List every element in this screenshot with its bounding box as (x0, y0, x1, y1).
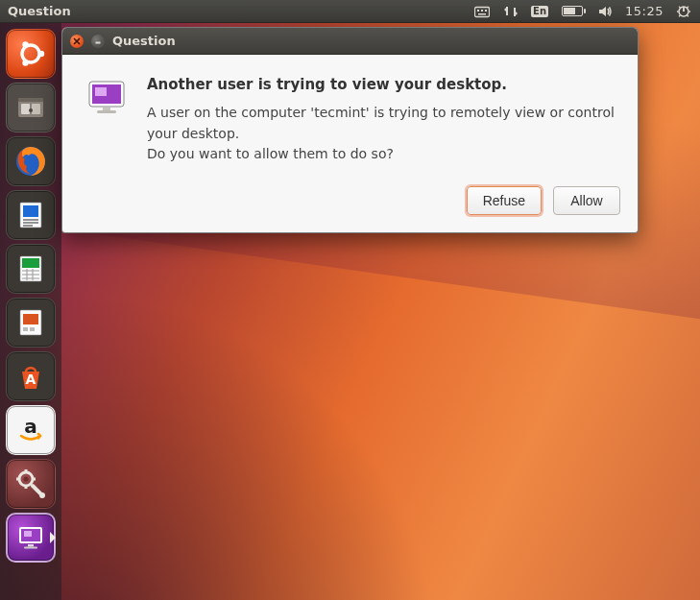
svg-point-11 (22, 60, 28, 65)
keyboard-indicator-icon[interactable] (473, 3, 491, 20)
battery-indicator-icon[interactable] (560, 3, 585, 20)
svg-rect-51 (95, 87, 107, 96)
svg-rect-47 (24, 547, 37, 549)
launcher-remote-desktop[interactable] (6, 513, 56, 563)
svg-point-10 (22, 41, 28, 47)
ubuntu-logo-icon (14, 37, 47, 70)
close-icon[interactable] (70, 35, 84, 48)
file-manager-icon (12, 89, 49, 126)
svg-rect-14 (21, 104, 30, 114)
svg-point-16 (29, 108, 33, 112)
firefox-icon (12, 142, 50, 180)
remote-desktop-icon (12, 519, 49, 556)
language-indicator[interactable]: En (531, 3, 548, 20)
svg-point-42 (39, 492, 45, 498)
launcher-writer[interactable] (6, 190, 56, 240)
svg-rect-31 (23, 314, 38, 324)
svg-text:A: A (26, 372, 36, 387)
svg-text:a: a (24, 415, 37, 438)
panel-app-name: Question (8, 4, 71, 18)
svg-rect-13 (18, 98, 43, 102)
svg-rect-3 (485, 10, 487, 12)
svg-rect-53 (97, 110, 116, 113)
launcher-firefox[interactable] (6, 136, 56, 186)
launcher-amazon[interactable]: a (6, 405, 56, 455)
launcher-calc[interactable] (6, 244, 56, 294)
svg-point-37 (24, 477, 29, 482)
top-panel: Question En 15:25 (0, 0, 700, 23)
launcher-dash[interactable] (6, 29, 56, 79)
launcher-files[interactable] (6, 83, 56, 132)
svg-point-9 (38, 51, 44, 57)
panel-indicators: En 15:25 (473, 3, 692, 20)
minimize-icon[interactable] (91, 35, 105, 48)
clock-indicator[interactable]: 15:25 (625, 4, 664, 18)
allow-button[interactable]: Allow (553, 186, 620, 215)
volume-indicator-icon[interactable] (596, 3, 614, 20)
amazon-icon: a (14, 414, 47, 446)
software-icon: A (12, 358, 49, 395)
dialog-title: Question (112, 34, 176, 48)
launcher: A a (0, 23, 61, 600)
launcher-settings[interactable] (6, 459, 56, 509)
gear-wrench-icon (13, 467, 48, 501)
svg-rect-46 (28, 544, 34, 547)
svg-rect-24 (22, 258, 39, 268)
calc-icon (13, 252, 48, 286)
svg-rect-0 (475, 7, 490, 16)
dialog-heading: Another user is trying to view your desk… (147, 76, 615, 93)
svg-rect-1 (477, 10, 479, 12)
svg-point-8 (22, 45, 39, 62)
dialog-text: Another user is trying to view your desk… (147, 76, 615, 165)
svg-rect-19 (23, 205, 38, 217)
network-indicator-icon[interactable] (502, 3, 519, 20)
session-indicator-icon[interactable] (675, 3, 692, 20)
svg-rect-2 (481, 10, 483, 12)
launcher-software[interactable]: A (6, 351, 56, 401)
svg-rect-32 (23, 327, 28, 331)
dialog-icon (84, 76, 130, 165)
svg-rect-15 (32, 104, 40, 114)
writer-icon (13, 198, 48, 232)
svg-rect-4 (478, 13, 486, 15)
dialog-titlebar[interactable]: Question (62, 28, 638, 55)
svg-rect-45 (24, 531, 32, 537)
svg-rect-33 (30, 327, 35, 331)
refuse-button[interactable]: Refuse (467, 186, 542, 215)
svg-rect-52 (103, 108, 110, 110)
launcher-impress[interactable] (6, 298, 56, 348)
question-dialog: Question Another user is trying to view … (61, 27, 639, 233)
dialog-actions: Refuse Allow (62, 182, 638, 232)
remote-desktop-icon (84, 76, 130, 122)
dialog-body-line2: Do you want to allow them to do so? (147, 146, 394, 161)
language-indicator-label: En (531, 6, 548, 17)
dialog-body-line1: A user on the computer 'tecmint' is tryi… (147, 105, 615, 141)
impress-icon (13, 305, 48, 340)
